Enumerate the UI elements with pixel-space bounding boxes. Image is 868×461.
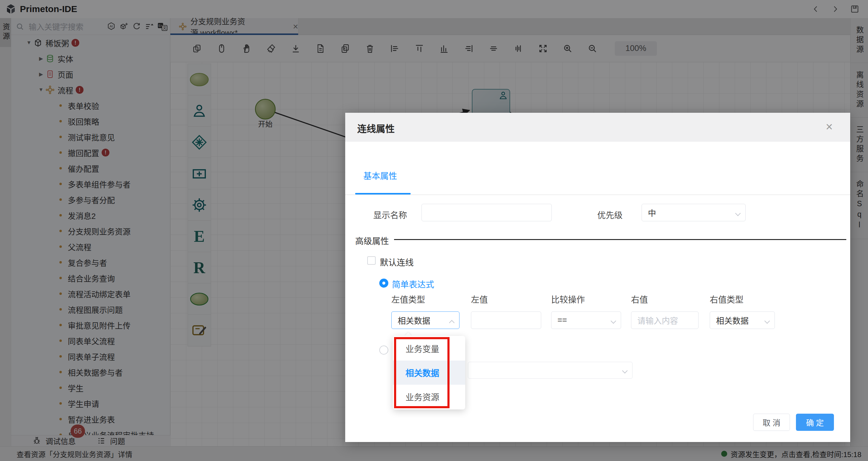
chevron-down-icon (735, 211, 741, 216)
chevron-down-icon (611, 318, 616, 324)
priority-select[interactable]: 中 (642, 204, 746, 221)
right-type-label: 右值类型 (710, 293, 743, 305)
right-value-input[interactable]: 请输入内容 (631, 311, 699, 329)
priority-label: 优先级 (583, 209, 623, 221)
annotation-highlight-box (394, 337, 450, 408)
operator-select[interactable]: == (551, 311, 621, 329)
default-line-checkbox[interactable] (367, 256, 376, 265)
chevron-up-icon (449, 320, 454, 325)
left-value-input[interactable] (471, 311, 541, 329)
chevron-down-icon (622, 368, 627, 373)
right-value-label: 右值 (631, 293, 648, 305)
dialog-header: 连线属性 (345, 113, 850, 142)
second-expression-radio[interactable] (379, 345, 388, 355)
advanced-section-label: 高级属性 (355, 235, 389, 247)
operator-label: 比较操作 (551, 293, 585, 305)
cancel-button[interactable]: 取 消 (753, 414, 790, 431)
dialog-close-icon[interactable] (826, 121, 833, 133)
tab-basic-properties[interactable]: 基本属性 (363, 170, 397, 182)
simple-expression-label: 简单表达式 (392, 278, 434, 290)
left-type-label: 左值类型 (391, 293, 425, 305)
display-name-label: 显示名称 (371, 209, 407, 221)
section-divider (394, 239, 846, 240)
display-name-input[interactable] (422, 204, 552, 221)
left-type-select[interactable]: 相关数据 (391, 311, 460, 329)
confirm-button[interactable]: 确 定 (796, 414, 834, 431)
expression-select[interactable] (468, 362, 632, 379)
dialog-title: 连线属性 (357, 121, 395, 135)
simple-expression-radio[interactable] (379, 279, 388, 288)
chevron-down-icon (764, 318, 770, 324)
right-type-select[interactable]: 相关数据 (710, 311, 775, 329)
left-value-label: 左值 (471, 293, 488, 305)
default-line-label: 默认连线 (380, 256, 414, 268)
